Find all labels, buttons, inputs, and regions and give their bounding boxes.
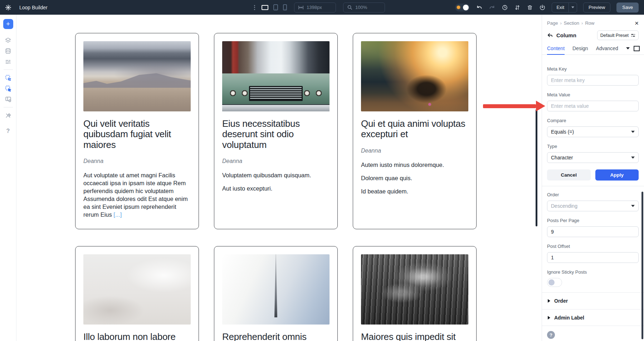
canvas-zoom-input[interactable]: 100% bbox=[343, 3, 385, 13]
canvas-scrollbar[interactable] bbox=[536, 109, 537, 226]
panel-help-button[interactable]: ? bbox=[547, 331, 555, 339]
post-card[interactable]: Reprehenderit omnis bbox=[214, 246, 338, 341]
panel-tabs: ContentDesignAdvanced bbox=[542, 42, 644, 55]
breadcrumb-separator: › bbox=[581, 20, 583, 26]
import-export-icon[interactable] bbox=[539, 4, 546, 11]
redo-icon[interactable] bbox=[489, 4, 496, 10]
type-label: Type bbox=[547, 144, 639, 149]
phone-breakpoint-button[interactable] bbox=[283, 4, 287, 10]
tab-advanced[interactable]: Advanced bbox=[596, 42, 618, 54]
preset-icon bbox=[631, 33, 635, 37]
breakpoint-caret-icon[interactable] bbox=[626, 47, 630, 49]
chevron-down-icon bbox=[571, 6, 574, 8]
panel-divider bbox=[542, 186, 644, 186]
wrapper-frame-icon[interactable] bbox=[634, 46, 640, 51]
chevron-down-icon bbox=[631, 131, 635, 133]
posts-per-page-input[interactable]: 9 bbox=[547, 226, 639, 237]
cancel-button[interactable]: Cancel bbox=[547, 169, 591, 181]
post-card[interactable]: Maiores quis impedit sit bbox=[353, 246, 477, 341]
tablet-icon bbox=[273, 4, 278, 10]
sun-icon bbox=[457, 6, 460, 9]
add-element-button[interactable]: + bbox=[3, 19, 13, 29]
type-value: Character bbox=[551, 155, 573, 160]
post-card[interactable]: Qui et quia animi voluptas excepturi et … bbox=[353, 33, 477, 229]
ignore-sticky-toggle[interactable] bbox=[547, 278, 562, 287]
meta-key-placeholder: Enter meta key bbox=[551, 77, 585, 83]
properties-panel: Page›Section›Row × Column Default Preset… bbox=[542, 15, 644, 341]
section-admin-label[interactable]: Admin Label bbox=[542, 309, 644, 326]
theme-mode-toggle[interactable] bbox=[455, 4, 470, 11]
undo-icon[interactable] bbox=[476, 4, 483, 10]
post-offset-label: Post Offset bbox=[547, 244, 639, 249]
ignore-sticky-label: Ignore Sticky Posts bbox=[547, 269, 639, 275]
caret-right-icon bbox=[548, 299, 550, 303]
compare-label: Compare bbox=[547, 118, 639, 123]
exit-button-group: Exit bbox=[552, 3, 577, 13]
meta-key-label: Meta Key bbox=[547, 66, 639, 72]
post-image bbox=[361, 41, 468, 111]
post-title: Illo laborum non labore bbox=[83, 332, 191, 341]
history-clock-icon[interactable] bbox=[502, 4, 508, 11]
post-excerpt: Voluptatem quibusdam quisquam.Aut iusto … bbox=[222, 172, 330, 193]
type-select[interactable]: Character bbox=[547, 152, 639, 163]
panel-scrollbar[interactable] bbox=[641, 192, 643, 339]
trash-icon[interactable] bbox=[527, 4, 533, 11]
breadcrumb-item-section[interactable]: Section bbox=[564, 20, 579, 26]
post-card[interactable]: Illo laborum non labore bbox=[75, 246, 199, 341]
tab-content[interactable]: Content bbox=[547, 42, 565, 54]
settings-list-icon[interactable] bbox=[2, 56, 14, 67]
caret-right-icon bbox=[548, 316, 550, 320]
select-loop-item-icon[interactable] bbox=[2, 83, 14, 94]
builder-canvas[interactable]: Qui velit veritatis quibusdam fugiat vel… bbox=[16, 15, 542, 341]
save-button[interactable]: Save bbox=[616, 3, 639, 13]
compare-select[interactable]: Equals (=) bbox=[547, 126, 639, 137]
preview-button[interactable]: Preview bbox=[583, 3, 610, 13]
preset-label: Default Preset bbox=[600, 33, 629, 38]
template-settings-icon[interactable] bbox=[2, 94, 14, 105]
meta-value-input[interactable]: Enter meta value bbox=[547, 101, 639, 111]
post-card[interactable]: Qui velit veritatis quibusdam fugiat vel… bbox=[75, 33, 199, 229]
desktop-breakpoint-button[interactable] bbox=[262, 5, 268, 10]
canvas-width-input[interactable]: 1398px bbox=[294, 3, 336, 13]
sidebar-divider bbox=[4, 107, 13, 107]
element-label: Column bbox=[556, 32, 576, 38]
back-arrow-icon[interactable] bbox=[547, 33, 553, 38]
post-card[interactable]: Eius necessitatibus deserunt sint odio v… bbox=[214, 33, 338, 229]
settings-gear-icon[interactable] bbox=[5, 4, 11, 11]
section-label: Admin Label bbox=[554, 315, 584, 321]
select-element-icon[interactable] bbox=[2, 72, 14, 83]
help-icon[interactable]: ? bbox=[2, 126, 14, 136]
section-order[interactable]: Order bbox=[542, 292, 644, 309]
tablet-breakpoint-button[interactable] bbox=[273, 4, 278, 10]
exit-dropdown-button[interactable] bbox=[569, 3, 577, 12]
collapsible-sections: OrderAdmin Label bbox=[542, 292, 644, 326]
query-settings-form: Order Descending Posts Per Page 9 Post O… bbox=[542, 192, 644, 287]
default-preset-button[interactable]: Default Preset bbox=[597, 30, 639, 40]
top-toolbar: Loop Builder 1398px 100% bbox=[0, 0, 644, 15]
structure-sort-icon[interactable] bbox=[514, 4, 521, 11]
sidebar-divider bbox=[4, 69, 13, 70]
order-value: Descending bbox=[551, 203, 577, 209]
meta-value-placeholder: Enter meta value bbox=[551, 103, 589, 109]
tab-design[interactable]: Design bbox=[572, 42, 588, 54]
breadcrumb-item-page[interactable]: Page bbox=[547, 20, 558, 26]
post-title: Qui velit veritatis quibusdam fugiat vel… bbox=[83, 119, 191, 150]
breadcrumb-item-row[interactable]: Row bbox=[585, 20, 594, 26]
order-select[interactable]: Descending bbox=[547, 201, 639, 211]
post-author: Deanna bbox=[361, 148, 468, 154]
meta-value-label: Meta Value bbox=[547, 92, 639, 97]
app-title: Loop Builder bbox=[19, 5, 48, 10]
close-icon[interactable]: × bbox=[635, 21, 639, 26]
more-options-icon[interactable] bbox=[254, 5, 255, 10]
read-more-link[interactable]: [...] bbox=[112, 211, 122, 218]
apply-button[interactable]: Apply bbox=[595, 169, 639, 181]
exit-button[interactable]: Exit bbox=[552, 3, 569, 12]
canvas-zoom-value: 100% bbox=[355, 5, 367, 10]
phone-icon bbox=[283, 4, 287, 10]
tools-wrench-icon[interactable] bbox=[2, 110, 14, 121]
post-image bbox=[222, 254, 330, 325]
post-offset-input[interactable]: 1 bbox=[547, 252, 639, 263]
meta-key-input[interactable]: Enter meta key bbox=[547, 75, 639, 86]
database-icon[interactable] bbox=[2, 45, 14, 56]
layers-icon[interactable] bbox=[2, 35, 14, 45]
